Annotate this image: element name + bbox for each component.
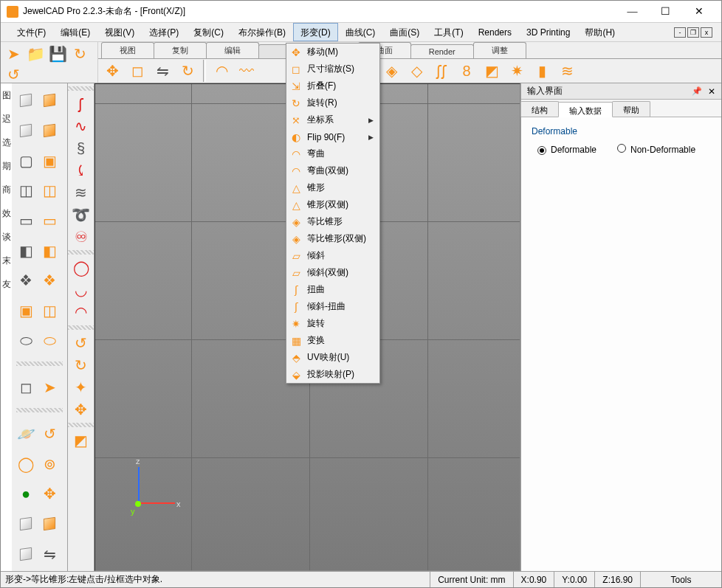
globe-icon[interactable]: 🪐 [16, 425, 35, 443]
minimize-button[interactable]: — [616, 1, 649, 22]
frame-icon[interactable]: ▣ [16, 302, 35, 319]
prim1-icon[interactable]: ▢ [16, 152, 35, 170]
pill-icon[interactable]: ⬭ [16, 331, 35, 349]
frame2-icon[interactable]: ◫ [40, 302, 59, 319]
move-tool-icon[interactable]: ✥ [103, 62, 122, 80]
dd-item-3[interactable]: ↻旋转(R) [286, 94, 379, 111]
dd-item-0[interactable]: ✥移动(M) [286, 44, 379, 60]
gem-o-icon[interactable]: ❖ [40, 271, 59, 289]
sphere-icon[interactable]: ● [16, 485, 35, 502]
dd-item-12[interactable]: ▱倾斜 [286, 247, 379, 264]
tab-render[interactable]: Render [410, 44, 474, 58]
menu-edit[interactable]: 编辑(E) [53, 23, 97, 41]
burst-tool-icon[interactable]: ✷ [507, 62, 526, 80]
snake-icon[interactable]: § [72, 139, 91, 157]
radio-deformable[interactable]: Deformable [537, 145, 596, 155]
dd-item-19[interactable]: ⬙投影映射(P) [286, 366, 379, 383]
scale-tool-icon[interactable]: ◻ [128, 62, 147, 80]
mirror-tool-icon[interactable]: ⇋ [153, 62, 172, 80]
dd-item-15[interactable]: ʃ倾斜-扭曲 [286, 298, 379, 315]
prim4-icon[interactable]: ◧ [16, 242, 35, 260]
menu-3dprint[interactable]: 3D Printing [519, 23, 577, 41]
dd-item-10[interactable]: ◈等比锥形 [286, 213, 379, 230]
mdi-minimize[interactable]: - [674, 27, 686, 38]
arrow-icon[interactable]: ➤ [40, 378, 59, 396]
save-icon[interactable]: 💾 [48, 45, 67, 63]
menu-bool[interactable]: 布尔操作(B) [231, 23, 293, 41]
close-button[interactable]: ✕ [682, 1, 715, 22]
undo-icon[interactable]: ↺ [4, 66, 23, 83]
menu-curve[interactable]: 曲线(C) [338, 23, 383, 41]
cube2-solid-icon[interactable] [40, 122, 59, 139]
menu-renders[interactable]: Renders [471, 23, 519, 41]
prim1o-icon[interactable]: ▣ [40, 152, 59, 170]
radio-nondeformable[interactable]: Non-Deformable [617, 144, 695, 155]
torus-icon[interactable]: ◯ [16, 455, 35, 473]
dd-item-11[interactable]: ◈等比锥形(双侧) [286, 230, 379, 247]
tab-copy[interactable]: 复制 [154, 42, 207, 58]
pin-icon[interactable]: 📌 [692, 86, 702, 96]
rtab-help[interactable]: 帮助 [612, 101, 650, 117]
tab-adjust[interactable]: 调整 [473, 42, 526, 58]
hook-icon[interactable]: ⤹ [72, 162, 91, 179]
dd-item-4[interactable]: ⤧坐标系▶ [286, 111, 379, 128]
cube-solid-icon[interactable] [40, 91, 59, 109]
prim2-icon[interactable]: ◫ [16, 181, 35, 199]
pill-o-icon[interactable]: ⬭ [40, 331, 59, 349]
menu-copy[interactable]: 复制(C) [186, 23, 231, 41]
layers-tool-icon[interactable]: ◇ [407, 62, 426, 80]
twist-tool-icon[interactable]: ʃʃ [432, 62, 451, 80]
menu-deform[interactable]: 形变(D) [293, 23, 338, 41]
maximize-button[interactable]: ☐ [649, 1, 682, 22]
menu-select[interactable]: 选择(P) [142, 23, 186, 41]
panel-close-icon[interactable]: ✕ [708, 86, 715, 97]
dd-item-2[interactable]: ⇲折叠(F) [286, 77, 379, 94]
brick-tool-icon[interactable]: ▮ [532, 62, 551, 80]
star2-icon[interactable]: ✦ [72, 378, 91, 396]
wave-tool-icon[interactable]: 〰 [237, 62, 256, 80]
dd-item-7[interactable]: ◠弯曲(双侧) [286, 162, 379, 179]
viewport[interactable]: z x y ✥移动(M)◻尺寸缩放(S)⇲折叠(F)↻旋转(R)⤧坐标系▶◐Fl… [94, 83, 520, 571]
rtab-struct[interactable]: 结构 [520, 101, 559, 117]
cube2-wire-icon[interactable] [16, 122, 35, 139]
dd-item-18[interactable]: ⬘UV映射(U) [286, 349, 379, 366]
knot-icon[interactable]: ♾ [72, 228, 91, 246]
circle-icon[interactable]: ◯ [72, 259, 91, 277]
torus2-icon[interactable]: ⊚ [40, 455, 59, 473]
spring-icon[interactable]: ≋ [72, 184, 91, 201]
link-tool-icon[interactable]: 8 [457, 62, 476, 80]
menu-tools[interactable]: 工具(T) [427, 23, 470, 41]
dd-item-9[interactable]: △锥形(双侧) [286, 196, 379, 213]
undo2-icon[interactable]: ↺ [72, 334, 91, 352]
wavy-tool-icon[interactable]: ≋ [557, 62, 577, 80]
wave2-icon[interactable]: ∿ [72, 117, 91, 135]
move2-icon[interactable]: ✥ [40, 485, 59, 502]
mdi-close[interactable]: x [701, 27, 712, 38]
prim3-icon[interactable]: ▭ [16, 212, 35, 229]
dd-item-8[interactable]: △锥形 [286, 179, 379, 196]
box-o-icon[interactable] [40, 515, 59, 533]
dd-item-5[interactable]: ◐Flip 90(F)▶ [286, 128, 379, 145]
pointer-tool-icon[interactable]: ➤ [4, 45, 23, 63]
dd-item-16[interactable]: ✷旋转 [286, 315, 379, 332]
diamond-tool-icon[interactable]: ◈ [382, 62, 401, 80]
menu-file[interactable]: 文件(F) [10, 23, 53, 41]
arc2-icon[interactable]: ◠ [72, 303, 91, 321]
bend-tool-icon[interactable]: ◠ [212, 62, 231, 80]
move3-icon[interactable]: ✥ [72, 401, 91, 418]
mirror2-icon[interactable]: ⇋ [40, 545, 59, 563]
redo2-icon[interactable]: ↻ [72, 356, 91, 374]
redo-icon[interactable]: ↻ [70, 45, 89, 63]
cube-wire-icon[interactable] [16, 91, 35, 109]
prim4o-icon[interactable]: ◧ [40, 242, 59, 260]
dd-item-1[interactable]: ◻尺寸缩放(S) [286, 60, 379, 77]
menu-surface[interactable]: 曲面(S) [382, 23, 427, 41]
dd-item-14[interactable]: ʃ扭曲 [286, 281, 379, 298]
mdi-restore[interactable]: ❐ [687, 27, 699, 38]
reload-icon[interactable]: ↺ [40, 425, 59, 443]
gem-icon[interactable]: ❖ [16, 271, 35, 289]
arc-icon[interactable]: ◡ [72, 281, 91, 299]
dd-item-13[interactable]: ▱倾斜(双侧) [286, 264, 379, 281]
spiral-icon[interactable]: ➰ [72, 206, 91, 224]
marquee-icon[interactable]: ◻ [16, 378, 35, 396]
